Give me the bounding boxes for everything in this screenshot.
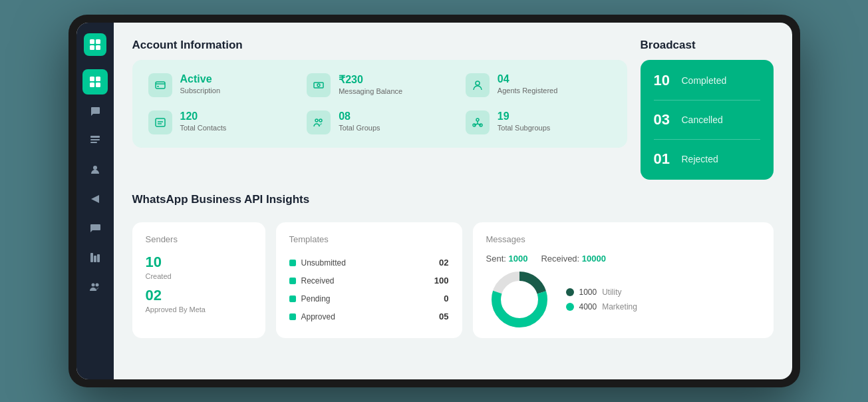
subgroups-icon [466, 110, 490, 134]
broadcast-divider-2 [654, 139, 760, 140]
svg-rect-9 [90, 139, 100, 140]
template-row-unsubmitted: Unsubmitted 02 [289, 254, 449, 272]
svg-point-22 [315, 119, 318, 122]
groups-icon [307, 110, 331, 134]
svg-point-20 [476, 81, 480, 85]
donut-chart [486, 273, 553, 326]
unsubmitted-count: 02 [439, 258, 448, 268]
insights-section: WhatsApp Business API Insights Senders 1… [132, 193, 774, 338]
device-screen: Account Information [76, 23, 792, 379]
marketing-value: 4000 [579, 302, 597, 311]
balance-icon [307, 73, 331, 97]
template-row-received: Received 100 [289, 272, 449, 290]
received-label-text: Received: [541, 254, 579, 264]
agents-label: Agents Registered [498, 87, 558, 95]
info-item-contacts: 120 Total Contacts [148, 110, 294, 134]
legend-items: 1000 Utility 4000 Marketing [566, 288, 637, 311]
broadcast-rejected: 01 Rejected [654, 150, 760, 168]
pending-count: 0 [444, 294, 448, 303]
svg-rect-21 [156, 118, 165, 126]
broadcast-cancelled: 03 Cancelled [654, 111, 760, 128]
sidebar-item-broadcasts[interactable] [82, 186, 108, 212]
sidebar-item-reports[interactable] [82, 245, 108, 270]
svg-rect-14 [97, 254, 100, 262]
sidebar-item-contacts[interactable] [82, 157, 108, 182]
sidebar-item-messages[interactable] [82, 99, 108, 124]
legend-utility: 1000 Utility [566, 288, 637, 297]
pending-dot [289, 296, 296, 302]
svg-point-23 [319, 119, 322, 122]
sidebar-item-dashboard[interactable] [82, 69, 108, 95]
templates-card: Templates Unsubmitted 02 Received [276, 222, 462, 338]
messages-header: Sent: 1000 Received: 10000 [486, 254, 760, 264]
info-item-subgroups: 19 Total Subgroups [466, 110, 611, 134]
sent-label-text: Sent: [486, 254, 506, 264]
svg-point-15 [91, 284, 94, 287]
info-item-subscription: Active Subscription [148, 73, 294, 97]
templates-card-title: Templates [289, 234, 449, 244]
unsubmitted-dot [289, 260, 296, 266]
approved-count: 05 [439, 311, 448, 321]
subgroups-label: Total Subgroups [498, 124, 551, 132]
broadcast-completed-num: 10 [654, 72, 675, 89]
received-value: 10000 [582, 254, 606, 264]
top-section: Account Information [132, 39, 774, 180]
svg-point-16 [95, 284, 98, 287]
received-label: Received [301, 276, 335, 286]
senders-created: 10 Created [146, 254, 252, 280]
svg-rect-18 [157, 86, 159, 87]
contacts-label: Total Contacts [180, 124, 227, 132]
contacts-value: 120 [180, 110, 227, 122]
broadcast-cancelled-num: 03 [654, 111, 675, 128]
broadcast-completed-label: Completed [682, 75, 727, 86]
app-logo[interactable] [84, 33, 106, 56]
senders-approved-num: 02 [146, 287, 252, 304]
svg-rect-1 [96, 39, 100, 44]
svg-rect-10 [90, 142, 97, 143]
svg-point-11 [93, 166, 97, 170]
subscription-value: Active [180, 73, 221, 85]
svg-rect-12 [90, 253, 93, 262]
groups-label: Total Groups [339, 124, 380, 132]
broadcast-section: Broadcast 10 Completed 03 Cancelled [641, 39, 774, 180]
broadcast-card: 10 Completed 03 Cancelled 01 R [641, 60, 774, 180]
account-info-title: Account Information [132, 39, 627, 52]
device-frame: Account Information [69, 15, 800, 387]
received-count: 100 [434, 276, 449, 286]
svg-rect-8 [90, 136, 100, 138]
utility-value: 1000 [579, 288, 597, 297]
subscription-icon [148, 73, 172, 97]
messages-card: Messages Sent: 1000 Received: 10000 [473, 222, 774, 338]
senders-card: Senders 10 Created 02 Approved By Meta [132, 222, 265, 338]
utility-dot [566, 288, 574, 296]
insights-title: WhatsApp Business API Insights [132, 193, 774, 206]
utility-label: Utility [602, 288, 621, 297]
info-item-groups: 08 Total Groups [307, 110, 452, 134]
broadcast-rejected-num: 01 [654, 150, 675, 168]
sent-value: 1000 [508, 254, 527, 264]
sidebar-item-team[interactable] [82, 274, 108, 300]
svg-point-24 [476, 118, 479, 121]
template-row-approved: Approved 05 [289, 307, 449, 325]
unsubmitted-label: Unsubmitted [301, 258, 346, 268]
svg-rect-0 [90, 39, 94, 44]
svg-rect-5 [96, 77, 100, 81]
agents-icon [466, 73, 490, 97]
balance-value: ₹230 [339, 73, 402, 86]
svg-rect-6 [90, 83, 94, 87]
sidebar-item-chat[interactable] [82, 216, 108, 241]
senders-approved-label: Approved By Meta [146, 305, 252, 313]
sidebar-item-templates[interactable] [82, 128, 108, 153]
svg-rect-13 [94, 256, 96, 262]
svg-point-19 [317, 84, 320, 87]
info-item-balance: ₹230 Messaging Balance [307, 73, 452, 97]
senders-approved: 02 Approved By Meta [146, 287, 252, 313]
broadcast-rejected-label: Rejected [682, 154, 718, 164]
svg-rect-7 [96, 83, 100, 87]
senders-created-num: 10 [146, 254, 252, 271]
marketing-label: Marketing [602, 302, 637, 311]
account-info-card: Active Subscription [132, 60, 627, 148]
svg-rect-17 [156, 82, 165, 89]
broadcast-cancelled-label: Cancelled [682, 114, 723, 125]
broadcast-completed: 10 Completed [654, 72, 760, 89]
